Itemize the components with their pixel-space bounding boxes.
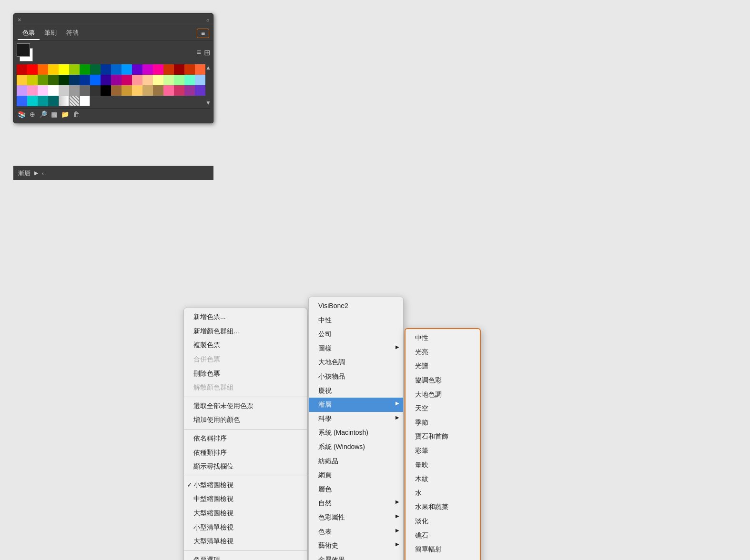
menu-item-sort-by-name[interactable]: 依名稱排序 (184, 431, 307, 446)
color-swatch[interactable] (153, 64, 163, 75)
color-swatch[interactable] (38, 75, 48, 85)
bottom-bar-back-icon[interactable]: ‹ (42, 170, 44, 176)
color-swatch[interactable] (48, 75, 59, 85)
tab-brushes[interactable]: 筆刷 (40, 27, 61, 40)
color-swatch[interactable] (111, 85, 122, 96)
menu3-item-bright[interactable]: 光亮 (405, 345, 480, 360)
menu2-item-gradients[interactable]: 漸層 (309, 398, 403, 412)
menu2-item-nature[interactable]: 自然 (309, 496, 403, 510)
menu3-item-fruits-veggies[interactable]: 水果和蔬菜 (405, 500, 480, 514)
new-group-icon[interactable]: ⊕ (30, 110, 35, 118)
foreground-color-box[interactable] (17, 43, 30, 57)
folder-icon[interactable]: 📁 (61, 110, 69, 118)
color-swatch[interactable] (27, 96, 38, 106)
color-swatch[interactable] (80, 85, 90, 96)
menu2-item-science[interactable]: 科學 (309, 412, 403, 426)
menu-item-delete-swatch[interactable]: 刪除色票 (184, 367, 307, 381)
menu2-item-art-history[interactable]: 藝術史 (309, 539, 403, 553)
delete-icon[interactable]: 🗑 (73, 110, 80, 118)
color-swatch[interactable] (38, 64, 48, 75)
color-swatch[interactable] (132, 64, 142, 75)
new-swatch-icon[interactable]: 🔎 (39, 110, 47, 118)
color-swatch[interactable] (122, 75, 132, 85)
color-swatch[interactable] (142, 64, 153, 75)
menu2-item-color-table[interactable]: 色表 (309, 525, 403, 539)
menu3-item-wood-grain[interactable]: 木紋 (405, 472, 480, 486)
menu2-item-patterns[interactable]: 圖樣 (309, 341, 403, 356)
color-swatch[interactable] (174, 75, 184, 85)
color-swatch[interactable] (38, 96, 48, 106)
collapse-icon[interactable]: « (206, 17, 209, 23)
menu3-item-shimmer[interactable]: 暈映 (405, 458, 480, 472)
special-swatch[interactable] (80, 96, 90, 106)
menu2-item-earth-tones[interactable]: 大地色調 (309, 355, 403, 370)
menu3-item-fade[interactable]: 淡化 (405, 514, 480, 529)
color-swatch[interactable] (59, 85, 69, 96)
color-swatch[interactable] (80, 75, 90, 85)
swatch-options-icon[interactable]: ▦ (51, 110, 57, 118)
color-swatch[interactable] (163, 85, 174, 96)
menu2-item-metal-effects[interactable]: 金屬效果 (309, 553, 403, 560)
color-swatch[interactable] (132, 85, 142, 96)
menu-item-medium-thumbnail[interactable]: 中型縮圖檢視 (184, 492, 307, 506)
menu-item-show-search[interactable]: 顯示尋找欄位 (184, 460, 307, 474)
menu3-item-sky[interactable]: 天空 (405, 401, 480, 416)
menu3-item-neutral[interactable]: 中性 (405, 331, 480, 345)
menu-item-new-swatch[interactable]: 新增色票... (184, 310, 307, 324)
color-swatch[interactable] (48, 96, 59, 106)
color-swatch[interactable] (163, 75, 174, 85)
color-swatch[interactable] (17, 64, 27, 75)
color-swatch[interactable] (17, 96, 27, 106)
menu2-item-web[interactable]: 網頁 (309, 468, 403, 482)
menu-item-swatch-options[interactable]: 色票選項... (184, 553, 307, 560)
color-swatch[interactable] (163, 64, 174, 75)
menu3-item-spectrum[interactable]: 光譜 (405, 359, 480, 373)
menu2-item-system-win[interactable]: 系統 (Windows) (309, 440, 403, 454)
color-swatch[interactable] (27, 75, 38, 85)
color-swatch[interactable] (27, 85, 38, 96)
menu-item-duplicate-swatch[interactable]: 複製色票 (184, 338, 307, 352)
color-swatch[interactable] (101, 75, 111, 85)
menu-item-select-all-unused[interactable]: 選取全部未使用色票 (184, 399, 307, 413)
menu2-item-layer-color[interactable]: 層色 (309, 482, 403, 497)
color-swatch[interactable] (59, 75, 69, 85)
menu3-item-water[interactable]: 水 (405, 486, 480, 500)
color-swatch[interactable] (142, 85, 153, 96)
tab-symbols[interactable]: 符號 (61, 27, 83, 40)
menu2-item-company[interactable]: 公司 (309, 327, 403, 341)
menu-item-large-thumbnail[interactable]: 大型縮圖檢視 (184, 506, 307, 520)
special-swatch[interactable] (69, 96, 80, 106)
color-swatch[interactable] (90, 75, 101, 85)
menu3-item-colored-pencil[interactable]: 彩筆 (405, 444, 480, 458)
color-swatch[interactable] (17, 85, 27, 96)
color-swatch[interactable] (153, 75, 163, 85)
menu3-item-harmonize[interactable]: 協調色彩 (405, 373, 480, 388)
color-swatch[interactable] (174, 85, 184, 96)
color-swatch[interactable] (122, 64, 132, 75)
color-swatch[interactable] (142, 75, 153, 85)
color-swatch[interactable] (174, 64, 184, 75)
menu3-item-seasons[interactable]: 季節 (405, 416, 480, 430)
color-swatch[interactable] (69, 85, 80, 96)
color-swatch[interactable] (48, 64, 59, 75)
bottom-bar-play-icon[interactable]: ▶ (34, 170, 38, 176)
library-icon[interactable]: 📚 (18, 110, 26, 118)
menu2-item-system-mac[interactable]: 系統 (Macintosh) (309, 426, 403, 440)
menu2-item-textiles[interactable]: 紡織品 (309, 454, 403, 469)
color-swatch[interactable] (69, 64, 80, 75)
menu3-item-earth-tones[interactable]: 大地色調 (405, 388, 480, 402)
menu2-item-kids-stuff[interactable]: 小孩物品 (309, 370, 403, 384)
color-swatch[interactable] (80, 64, 90, 75)
menu3-item-cobblestone[interactable]: 礁石 (405, 529, 480, 543)
menu3-item-simple-radial[interactable]: 簡單輻射 (405, 542, 480, 557)
color-swatch[interactable] (153, 85, 163, 96)
menu-item-add-used-colors[interactable]: 增加使用的顏色 (184, 413, 307, 427)
menu2-item-celebration[interactable]: 慶祝 (309, 384, 403, 398)
color-swatch[interactable] (111, 64, 122, 75)
close-icon[interactable]: × (18, 16, 21, 23)
menu3-item-gems[interactable]: 寶石和首飾 (405, 430, 480, 444)
special-swatch[interactable] (59, 96, 69, 106)
color-swatch[interactable] (122, 85, 132, 96)
color-swatch[interactable] (90, 64, 101, 75)
color-swatch[interactable] (101, 64, 111, 75)
